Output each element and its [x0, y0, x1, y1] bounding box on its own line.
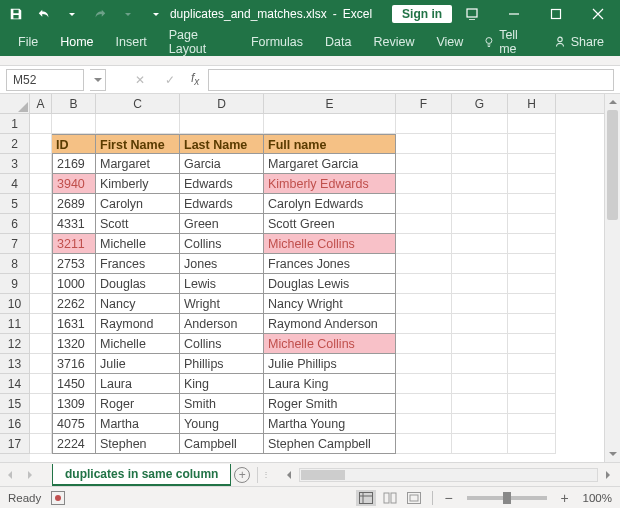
cell[interactable]: [508, 314, 556, 334]
select-all-button[interactable]: [0, 94, 30, 114]
zoom-level[interactable]: 100%: [583, 492, 612, 504]
cell[interactable]: [508, 134, 556, 154]
qat-customize-dropdown[interactable]: [144, 2, 168, 26]
cell[interactable]: Julie Phillips: [264, 354, 396, 374]
cell[interactable]: Collins: [180, 234, 264, 254]
cell[interactable]: [396, 234, 452, 254]
cell[interactable]: [452, 434, 508, 454]
cell[interactable]: [452, 154, 508, 174]
cell[interactable]: 2169: [52, 154, 96, 174]
save-button[interactable]: [4, 2, 28, 26]
enter-formula-button[interactable]: ✓: [158, 69, 182, 91]
cell[interactable]: [30, 194, 52, 214]
tab-formulas[interactable]: Formulas: [241, 31, 313, 53]
row-header-7[interactable]: 7: [0, 234, 30, 254]
cell[interactable]: [508, 274, 556, 294]
cell[interactable]: [30, 254, 52, 274]
share-button[interactable]: Share: [545, 35, 612, 49]
cell[interactable]: Scott: [96, 214, 180, 234]
cell[interactable]: [180, 114, 264, 134]
cell[interactable]: 1631: [52, 314, 96, 334]
name-box-dropdown[interactable]: [90, 69, 106, 91]
cell[interactable]: [30, 354, 52, 374]
cell[interactable]: Raymond Anderson: [264, 314, 396, 334]
cell[interactable]: [452, 374, 508, 394]
cell[interactable]: [30, 114, 52, 134]
cell[interactable]: Michelle: [96, 334, 180, 354]
cell[interactable]: Frances Jones: [264, 254, 396, 274]
cell[interactable]: Campbell: [180, 434, 264, 454]
cancel-formula-button[interactable]: ✕: [128, 69, 152, 91]
cell[interactable]: [30, 274, 52, 294]
column-header-D[interactable]: D: [180, 94, 264, 113]
redo-button[interactable]: [88, 2, 112, 26]
zoom-slider-thumb[interactable]: [503, 492, 511, 504]
vertical-scroll-track[interactable]: [605, 110, 620, 446]
cell[interactable]: [396, 334, 452, 354]
cell[interactable]: [30, 334, 52, 354]
column-header-H[interactable]: H: [508, 94, 556, 113]
cell[interactable]: Scott Green: [264, 214, 396, 234]
cell[interactable]: [30, 154, 52, 174]
cell[interactable]: Edwards: [180, 194, 264, 214]
cell[interactable]: [396, 114, 452, 134]
cell[interactable]: Frances: [96, 254, 180, 274]
cell[interactable]: [30, 434, 52, 454]
cell[interactable]: [396, 314, 452, 334]
cell[interactable]: 1320: [52, 334, 96, 354]
cell[interactable]: [396, 154, 452, 174]
row-header-9[interactable]: 9: [0, 274, 30, 294]
cell[interactable]: Michelle: [96, 234, 180, 254]
undo-dropdown[interactable]: [60, 2, 84, 26]
cell[interactable]: [30, 394, 52, 414]
cell[interactable]: [452, 174, 508, 194]
formula-input[interactable]: [208, 69, 614, 91]
cell[interactable]: 3211: [52, 234, 96, 254]
undo-button[interactable]: [32, 2, 56, 26]
row-header-2[interactable]: 2: [0, 134, 30, 154]
scroll-up-button[interactable]: [605, 94, 620, 110]
cell[interactable]: Raymond: [96, 314, 180, 334]
cell[interactable]: [30, 294, 52, 314]
row-header-15[interactable]: 15: [0, 394, 30, 414]
cell[interactable]: Carolyn Edwards: [264, 194, 396, 214]
zoom-out-button[interactable]: −: [441, 490, 457, 506]
cell[interactable]: 3940: [52, 174, 96, 194]
column-header-A[interactable]: A: [30, 94, 52, 113]
cell[interactable]: [396, 214, 452, 234]
row-header-5[interactable]: 5: [0, 194, 30, 214]
cell[interactable]: [508, 254, 556, 274]
cell[interactable]: 2689: [52, 194, 96, 214]
cell[interactable]: [508, 334, 556, 354]
row-header-12[interactable]: 12: [0, 334, 30, 354]
cell[interactable]: Phillips: [180, 354, 264, 374]
row-header-1[interactable]: 1: [0, 114, 30, 134]
column-header-C[interactable]: C: [96, 94, 180, 113]
new-sheet-button[interactable]: +: [231, 467, 253, 483]
cell[interactable]: [30, 414, 52, 434]
sheet-tab-active[interactable]: duplicates in same column: [52, 464, 231, 486]
zoom-slider[interactable]: [467, 496, 547, 500]
redo-dropdown[interactable]: [116, 2, 140, 26]
cell[interactable]: [452, 334, 508, 354]
cell[interactable]: [396, 434, 452, 454]
name-box[interactable]: M52: [6, 69, 84, 91]
maximize-button[interactable]: [538, 0, 574, 28]
cell[interactable]: Julie: [96, 354, 180, 374]
cell[interactable]: [452, 234, 508, 254]
row-header-13[interactable]: 13: [0, 354, 30, 374]
cell[interactable]: Jones: [180, 254, 264, 274]
cell[interactable]: Full name: [264, 134, 396, 154]
cell[interactable]: [452, 214, 508, 234]
cell[interactable]: [396, 254, 452, 274]
cell[interactable]: 1309: [52, 394, 96, 414]
scroll-right-button[interactable]: [600, 467, 616, 483]
column-header-B[interactable]: B: [52, 94, 96, 113]
cell[interactable]: Martha Young: [264, 414, 396, 434]
cell[interactable]: Margaret Garcia: [264, 154, 396, 174]
cell[interactable]: [508, 194, 556, 214]
row-header-3[interactable]: 3: [0, 154, 30, 174]
cell[interactable]: [452, 394, 508, 414]
cell[interactable]: King: [180, 374, 264, 394]
horizontal-scroll-track[interactable]: [299, 468, 598, 482]
